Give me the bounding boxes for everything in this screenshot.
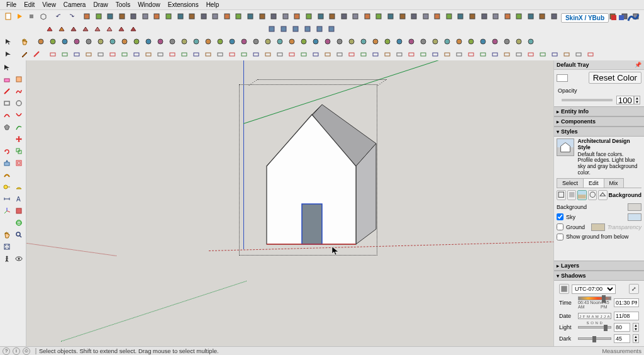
section-icon[interactable] <box>13 205 25 217</box>
toolbar-btn-r1-17[interactable] <box>280 11 291 22</box>
toolbar-btn-r3-11[interactable] <box>167 36 178 47</box>
toolbar-btn-r4-0[interactable] <box>47 48 58 60</box>
undo-icon[interactable] <box>53 11 65 22</box>
toolbar-btn-r1-14[interactable] <box>245 11 256 22</box>
toolbar-btn-r3-30[interactable] <box>394 36 405 47</box>
axes-icon[interactable] <box>1 205 13 217</box>
light-slider[interactable] <box>578 326 611 329</box>
toolbar-btn-r4-33[interactable] <box>441 48 453 60</box>
tab-select[interactable]: Select <box>557 178 584 188</box>
watermark-settings-icon[interactable] <box>588 190 597 200</box>
dark-input[interactable] <box>614 334 630 343</box>
arc2-icon[interactable] <box>13 110 25 121</box>
bg-settings-icon[interactable] <box>577 190 587 200</box>
select-tool-icon[interactable] <box>3 36 14 47</box>
toolbar-btn-r4-14[interactable] <box>214 48 226 60</box>
toolbar-btn-r4-6[interactable] <box>119 48 130 60</box>
cube-icon[interactable] <box>38 11 49 22</box>
zoom-ext-icon[interactable] <box>1 241 13 252</box>
ground-color-swatch[interactable] <box>591 223 605 231</box>
toolbar-btn-r4-23[interactable] <box>322 48 333 60</box>
toolbar-btn-r1-29[interactable] <box>420 11 431 22</box>
panel-entity-info[interactable]: ▸Entity Info <box>554 106 644 116</box>
toolbar-btn-r1-39[interactable] <box>537 11 548 22</box>
toolbar-btn-r1-2[interactable] <box>104 11 116 22</box>
toolbar-btn-r3-20[interactable] <box>274 36 286 47</box>
opacity-input[interactable] <box>616 96 634 104</box>
toolbar-btn-r2a-1[interactable] <box>56 23 67 35</box>
toolbar-btn-r2a-4[interactable] <box>92 23 103 35</box>
toolbar-btn-r3-28[interactable] <box>370 36 381 47</box>
toolbar-btn-r4-2[interactable] <box>71 48 82 60</box>
line-icon[interactable] <box>1 86 13 97</box>
select-icon[interactable] <box>1 62 13 73</box>
zoom-icon[interactable] <box>13 229 25 240</box>
toolbar-btn-r4-1[interactable] <box>59 48 70 60</box>
toolbar-btn-r1-30[interactable] <box>432 11 443 22</box>
toolbar-btn-r1-32[interactable] <box>455 11 467 22</box>
tab-mix[interactable]: Mix <box>604 178 624 188</box>
toolbar-btn-r4-17[interactable] <box>250 48 262 60</box>
toolbar-btn-r3-37[interactable] <box>477 36 489 47</box>
toolbar-btn-r4-10[interactable] <box>167 48 178 60</box>
toolbar-btn-r3-23[interactable] <box>310 36 321 47</box>
toolbar-btn-r1-0[interactable] <box>81 11 92 22</box>
opacity-spinner[interactable]: ▲▼ <box>634 96 640 104</box>
toolbar-btn-r1-5[interactable] <box>140 11 151 22</box>
panel-components[interactable]: ▸Components <box>554 116 644 127</box>
stop-icon[interactable] <box>26 11 37 22</box>
toolbar-btn-r2b-3[interactable] <box>302 23 313 35</box>
menu-file[interactable]: File <box>3 1 20 8</box>
light-input[interactable] <box>614 323 630 332</box>
orbit-icon[interactable] <box>13 217 25 228</box>
toolbar-btn-r3-15[interactable] <box>214 36 226 47</box>
toolbar-btn-r3-39[interactable] <box>501 36 513 47</box>
toolbar-btn-r1-21[interactable] <box>326 11 338 22</box>
redo-icon[interactable] <box>65 11 77 22</box>
toolbar-btn-r1-20[interactable] <box>315 11 326 22</box>
toolbar-btn-r2b-4[interactable] <box>314 23 325 35</box>
toolbar-btn-r1-6[interactable] <box>152 11 163 22</box>
toolbar-btn-r3-8[interactable] <box>131 36 142 47</box>
pan-icon[interactable] <box>1 229 13 240</box>
walk-icon[interactable] <box>1 253 13 264</box>
menu-edit[interactable]: Edit <box>20 1 38 8</box>
viewport-3d[interactable] <box>26 60 553 346</box>
ground-checkbox[interactable] <box>557 223 564 230</box>
toolbar-btn-r2a-3[interactable] <box>80 23 91 35</box>
toolbar-btn-r4-37[interactable] <box>489 48 501 60</box>
toolbar-btn-r3-14[interactable] <box>203 36 214 47</box>
toolbar-btn-r4-32[interactable] <box>430 48 441 60</box>
toolbar-btn-r4-22[interactable] <box>310 48 321 60</box>
offset-icon[interactable] <box>13 157 25 169</box>
toolbar-btn-r2b-1[interactable] <box>278 23 289 35</box>
circle-icon[interactable] <box>13 98 25 109</box>
protractor-icon[interactable] <box>13 181 25 193</box>
toolbar-btn-r1-9[interactable] <box>186 11 197 22</box>
toolbar-btn-r3-9[interactable] <box>143 36 154 47</box>
toolbar-btn-r1-12[interactable] <box>221 11 233 22</box>
toolbar-btn-r2a-2[interactable] <box>68 23 79 35</box>
toolbar-btn-r4-24[interactable] <box>334 48 345 60</box>
toolbar-btn-r1-26[interactable] <box>385 11 396 22</box>
toolbar-btn-r4-30[interactable] <box>406 48 417 60</box>
opacity-slider[interactable] <box>562 99 613 101</box>
toolbar-btn-r3-22[interactable] <box>298 36 309 47</box>
toolbar-btn-r3-26[interactable] <box>346 36 357 47</box>
toolbar-btn-r1-3[interactable] <box>116 11 128 22</box>
toolbar-btn-r3-10[interactable] <box>155 36 166 47</box>
toolbar-btn-r4-8[interactable] <box>143 48 154 60</box>
toolbar-btn-r1-10[interactable] <box>198 11 209 22</box>
followme-icon[interactable] <box>1 169 13 181</box>
freehand-icon[interactable] <box>13 86 25 97</box>
toolbar-btn-r3-35[interactable] <box>453 36 465 47</box>
menu-camera[interactable]: Camera <box>60 1 90 8</box>
toolbar-btn-r3-6[interactable] <box>107 36 118 47</box>
toolbar-btn-r4-36[interactable] <box>477 48 489 60</box>
toolbar-btn-r3-1[interactable] <box>47 36 58 47</box>
toolbar-btn-r4-19[interactable] <box>274 48 286 60</box>
toolbar-btn-r3-33[interactable] <box>430 36 441 47</box>
edge-settings-icon[interactable] <box>557 190 566 200</box>
toolbar-btn-r2a-7[interactable] <box>128 23 139 35</box>
toolbar-btn-r3-2[interactable] <box>59 36 70 47</box>
